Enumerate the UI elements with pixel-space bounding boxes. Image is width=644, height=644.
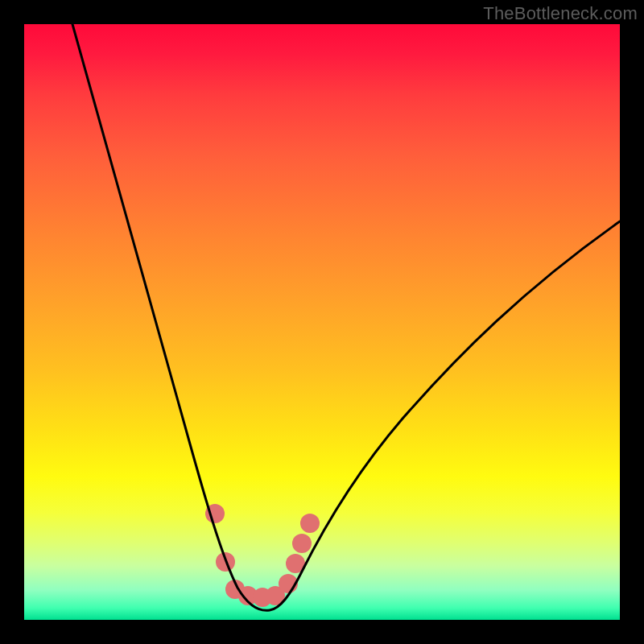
watermark-text: TheBottleneck.com: [483, 3, 638, 24]
highlight-dot: [300, 514, 320, 533]
marker-group: [205, 504, 320, 607]
bottleneck-curve-path: [72, 24, 620, 610]
chart-svg: [24, 24, 620, 620]
highlight-dot: [292, 534, 312, 553]
plot-area: [24, 24, 620, 620]
outer-frame: TheBottleneck.com: [0, 0, 644, 644]
